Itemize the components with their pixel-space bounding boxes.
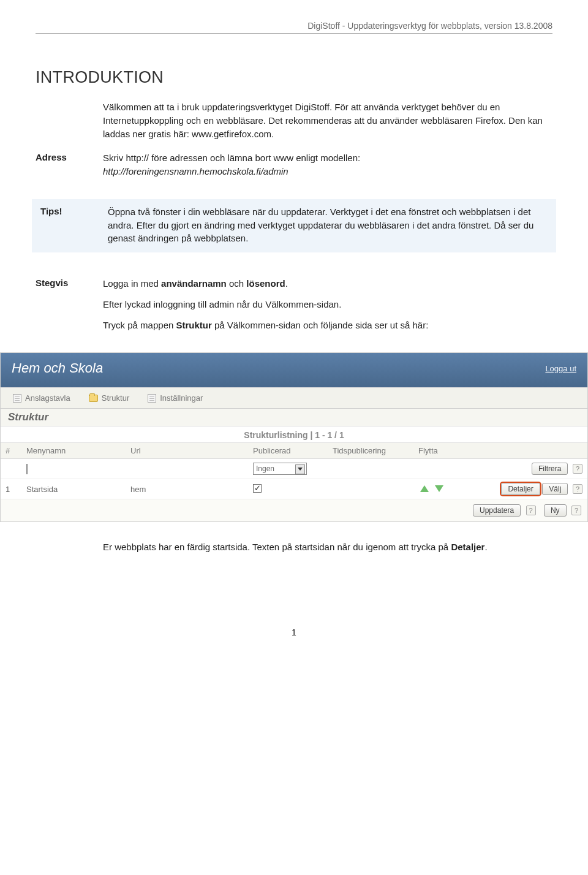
col-num: # xyxy=(1,443,21,459)
document-header: DigiStoff - Uppdateringsverktyg för webb… xyxy=(36,21,552,34)
after-c: . xyxy=(484,542,487,552)
tab-anslagstavla[interactable]: Anslagstavla xyxy=(8,392,75,404)
col-time: Tidspublicering xyxy=(328,443,413,459)
filter-publicerad-select[interactable]: Ingen xyxy=(253,463,307,475)
intro-paragraph: Välkommen att ta i bruk uppdateringsverk… xyxy=(103,100,552,140)
stegvis-line-3: Tryck på mappen Struktur på Välkommen-si… xyxy=(103,319,552,332)
tab-label-2: Struktur xyxy=(102,393,130,403)
stegvis-l1c: och xyxy=(227,278,247,289)
stegvis-label: Stegvis xyxy=(36,277,103,339)
help-icon[interactable]: ? xyxy=(573,464,582,474)
filter-name-input[interactable] xyxy=(26,464,28,474)
stegvis-l3a: Tryck på mappen xyxy=(103,320,176,330)
uppdatera-button[interactable]: Uppdatera xyxy=(473,504,521,517)
admin-screenshot: Hem och Skola Logga ut Anslagstavla Stru… xyxy=(0,352,588,522)
tab-label-3: Inställningar xyxy=(160,393,203,403)
adress-label: Adress xyxy=(36,151,103,178)
stegvis-line-1: Logga in med användarnamn och lösenord. xyxy=(103,277,552,290)
app-title: Hem och Skola xyxy=(12,360,103,376)
detaljer-button[interactable]: Detaljer xyxy=(501,483,540,495)
help-icon[interactable]: ? xyxy=(573,484,582,494)
stegvis-l1e: . xyxy=(285,278,288,289)
after-a: Er webbplats har en färdig startsida. Te… xyxy=(103,542,451,552)
row-num: 1 xyxy=(1,479,21,499)
help-icon[interactable]: ? xyxy=(571,506,581,515)
adress-text: Skriv http:// före adressen och lämna bo… xyxy=(103,153,360,163)
col-move: Flytta xyxy=(413,443,469,459)
row-url: hem xyxy=(126,479,248,499)
sheet-icon xyxy=(13,394,21,403)
intro-label-empty xyxy=(36,100,103,140)
tips-text: Öppna två fönster i din webbläsare när d… xyxy=(108,205,548,245)
page-title: INTRODUKTION xyxy=(36,68,552,87)
valj-button[interactable]: Välj xyxy=(542,483,568,495)
tab-bar: Anslagstavla Struktur Inställningar xyxy=(1,387,587,409)
list-caption: Strukturlistning | 1 - 1 / 1 xyxy=(1,426,587,442)
tab-struktur[interactable]: Struktur xyxy=(84,392,135,404)
panel-title: Struktur xyxy=(1,409,587,426)
page-number: 1 xyxy=(36,627,552,637)
col-name: Menynamn xyxy=(21,443,126,459)
col-pub: Publicerad xyxy=(248,443,328,459)
filter-button[interactable]: Filtrera xyxy=(532,463,568,475)
row-name: Startsida xyxy=(21,479,126,499)
col-url: Url xyxy=(126,443,248,459)
move-up-icon[interactable] xyxy=(420,485,429,492)
after-paragraph: Er webbplats har en färdig startsida. Te… xyxy=(103,540,552,554)
table-action-bar: Uppdatera ? Ny ? xyxy=(1,499,587,521)
stegvis-l1a: Logga in med xyxy=(103,278,161,289)
tab-installningar[interactable]: Inställningar xyxy=(143,392,208,404)
after-label-empty xyxy=(36,540,103,554)
stegvis-l1d: lösenord xyxy=(246,278,285,289)
after-b: Detaljer xyxy=(451,542,484,552)
adress-url: http://foreningensnamn.hemochskola.fi/ad… xyxy=(103,166,288,176)
stegvis-l3b: Struktur xyxy=(176,320,212,330)
sheet-icon xyxy=(148,394,156,403)
stegvis-line-2: Efter lyckad inloggning till admin når d… xyxy=(103,298,552,311)
tab-label-1: Anslagstavla xyxy=(25,393,70,403)
move-down-icon[interactable] xyxy=(435,485,443,492)
tips-label: Tips! xyxy=(40,205,108,245)
logout-link[interactable]: Logga ut xyxy=(545,364,576,373)
stegvis-l1b: användarnamn xyxy=(161,278,227,289)
adress-body: Skriv http:// före adressen och lämna bo… xyxy=(103,151,552,178)
struktur-table: # Menynamn Url Publicerad Tidspublicerin… xyxy=(1,442,587,499)
ny-button[interactable]: Ny xyxy=(544,504,567,517)
publicerad-checkbox[interactable] xyxy=(253,484,262,493)
folder-icon xyxy=(89,395,98,402)
stegvis-l3c: på Välkommen-sidan och följande sida ser… xyxy=(212,320,429,330)
chevron-down-icon xyxy=(298,468,303,471)
col-actions xyxy=(469,443,587,459)
help-icon[interactable]: ? xyxy=(526,506,536,515)
select-value: Ingen xyxy=(256,464,274,473)
app-banner: Hem och Skola Logga ut xyxy=(1,353,587,387)
